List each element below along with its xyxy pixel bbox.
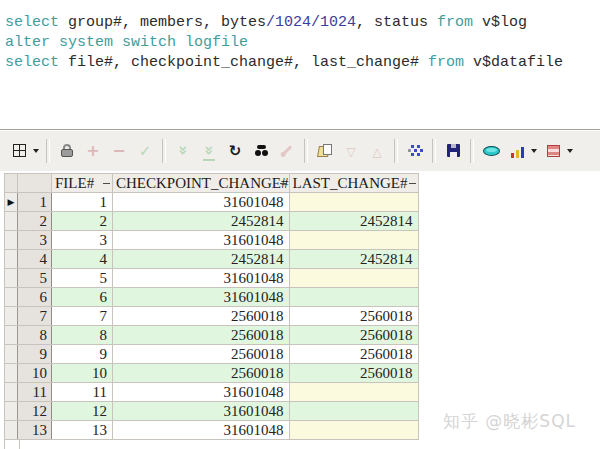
row-marker-cell[interactable] — [5, 250, 18, 269]
row-number-cell[interactable]: 11 — [18, 383, 52, 402]
row-number-cell[interactable]: 13 — [18, 421, 52, 440]
last-change-cell[interactable] — [289, 421, 418, 440]
checkpoint-change-cell[interactable]: 31601048 — [113, 288, 290, 307]
checkpoint-change-cell[interactable]: 2560018 — [113, 364, 290, 383]
file-cell[interactable]: 10 — [52, 364, 113, 383]
row-marker-cell[interactable] — [5, 364, 18, 383]
checkpoint-change-cell[interactable]: 2560018 — [113, 345, 290, 364]
sql-token-keyword: from — [437, 14, 482, 31]
checkpoint-change-cell[interactable]: 2560018 — [113, 326, 290, 345]
checkpoint-change-cell[interactable]: 31601048 — [113, 383, 290, 402]
row-marker-cell[interactable] — [5, 421, 18, 440]
toolbar-separator — [470, 139, 474, 163]
save-results-button[interactable] — [441, 138, 465, 164]
sort-ascending-button[interactable] — [365, 138, 389, 164]
last-change-cell[interactable] — [289, 193, 418, 212]
last-change-cell[interactable] — [289, 383, 418, 402]
file-cell[interactable]: 9 — [52, 345, 113, 364]
last-change-cell[interactable] — [289, 231, 418, 250]
sql-line: select group#, members, bytes/1024/1024,… — [5, 13, 563, 33]
file-cell[interactable]: 1 — [52, 193, 113, 212]
last-change-cell[interactable] — [289, 269, 418, 288]
checkpoint-change-cell[interactable]: 31601048 — [113, 193, 290, 212]
file-cell[interactable]: 4 — [52, 250, 113, 269]
row-marker-cell[interactable] — [5, 288, 18, 307]
row-number-cell[interactable]: 3 — [18, 231, 52, 250]
row-number-cell[interactable]: 1 — [18, 193, 52, 212]
last-change-cell[interactable]: 2452814 — [289, 250, 418, 269]
row-number-cell[interactable]: 9 — [18, 345, 52, 364]
row-number-cell[interactable]: 5 — [18, 269, 52, 288]
checkpoint-change-cell[interactable]: 2452814 — [113, 212, 290, 231]
fetch-last-page-button[interactable] — [197, 138, 221, 164]
sort-descending-button[interactable] — [339, 138, 363, 164]
last-change-cell[interactable]: 2560018 — [289, 307, 418, 326]
file-cell[interactable]: 11 — [52, 383, 113, 402]
last-change-cell[interactable]: 2452814 — [289, 212, 418, 231]
file-cell[interactable]: 12 — [52, 402, 113, 421]
row-marker-cell[interactable] — [5, 212, 18, 231]
toolbar-separator — [394, 139, 398, 163]
grid-options-button[interactable] — [7, 138, 41, 164]
copy-to-export-icon — [315, 141, 335, 161]
sql-token-plain: v$log — [482, 14, 527, 31]
dropdown-caret-icon — [531, 149, 537, 156]
file-cell[interactable]: 5 — [52, 269, 113, 288]
file-cell[interactable]: 3 — [52, 231, 113, 250]
file-cell[interactable]: 13 — [52, 421, 113, 440]
file-cell[interactable]: 8 — [52, 326, 113, 345]
sql-editor[interactable]: select group#, members, bytes/1024/1024,… — [5, 13, 563, 73]
row-number-cell[interactable]: 2 — [18, 212, 52, 231]
last-change-cell[interactable]: 2560018 — [289, 345, 418, 364]
fetch-next-page-icon — [173, 141, 193, 161]
checkpoint-change-cell[interactable]: 2452814 — [113, 250, 290, 269]
find-button[interactable] — [249, 138, 273, 164]
post-changes-button[interactable] — [133, 138, 157, 164]
file-cell[interactable]: 2 — [52, 212, 113, 231]
last-change-cell[interactable]: 2560018 — [289, 364, 418, 383]
edit-pencil-button[interactable] — [275, 138, 299, 164]
row-number-cell[interactable]: 6 — [18, 288, 52, 307]
data-filter-button[interactable] — [403, 138, 427, 164]
save-results-icon — [443, 141, 463, 161]
checkpoint-change-cell[interactable]: 31601048 — [113, 231, 290, 250]
last-change-cell[interactable]: 2560018 — [289, 326, 418, 345]
sql-token-plain: v$datafile — [473, 54, 563, 71]
sql-token-number: /1024/1024 — [266, 14, 356, 31]
row-number-cell[interactable]: 8 — [18, 326, 52, 345]
row-marker-cell[interactable] — [5, 345, 18, 364]
column-header-last-change[interactable]: LAST_CHANGE# — [289, 174, 418, 193]
lock-data-button[interactable] — [55, 138, 79, 164]
row-marker-cell[interactable] — [5, 383, 18, 402]
file-cell[interactable]: 7 — [52, 307, 113, 326]
checkpoint-change-cell[interactable]: 31601048 — [113, 421, 290, 440]
report-button[interactable] — [541, 138, 575, 164]
column-header-file[interactable]: FILE# — [52, 174, 113, 193]
copy-to-export-button[interactable] — [313, 138, 337, 164]
table-row: 7725600182560018 — [5, 307, 419, 326]
last-change-cell[interactable] — [289, 288, 418, 307]
chart-button[interactable] — [505, 138, 539, 164]
column-header-checkpoint-change[interactable]: CHECKPOINT_CHANGE# — [113, 174, 290, 193]
row-number-cell[interactable]: 4 — [18, 250, 52, 269]
checkpoint-change-cell[interactable]: 2560018 — [113, 307, 290, 326]
delete-record-button[interactable] — [107, 138, 131, 164]
fetch-next-page-button[interactable] — [171, 138, 195, 164]
row-number-cell[interactable]: 7 — [18, 307, 52, 326]
row-number-cell[interactable]: 10 — [18, 364, 52, 383]
row-marker-cell[interactable] — [5, 231, 18, 250]
toolbar-separator — [304, 139, 308, 163]
checkpoint-change-cell[interactable]: 31601048 — [113, 269, 290, 288]
row-number-cell[interactable]: 12 — [18, 402, 52, 421]
row-marker-cell[interactable] — [5, 307, 18, 326]
row-marker-cell[interactable] — [5, 326, 18, 345]
insert-record-button[interactable] — [81, 138, 105, 164]
checkpoint-change-cell[interactable]: 31601048 — [113, 402, 290, 421]
file-cell[interactable]: 6 — [52, 288, 113, 307]
refresh-query-button[interactable] — [223, 138, 247, 164]
row-marker-cell[interactable] — [5, 402, 18, 421]
current-row-marker[interactable]: ▶ — [5, 193, 18, 212]
single-record-view-button[interactable] — [479, 138, 503, 164]
row-marker-cell[interactable] — [5, 269, 18, 288]
last-change-cell[interactable] — [289, 402, 418, 421]
